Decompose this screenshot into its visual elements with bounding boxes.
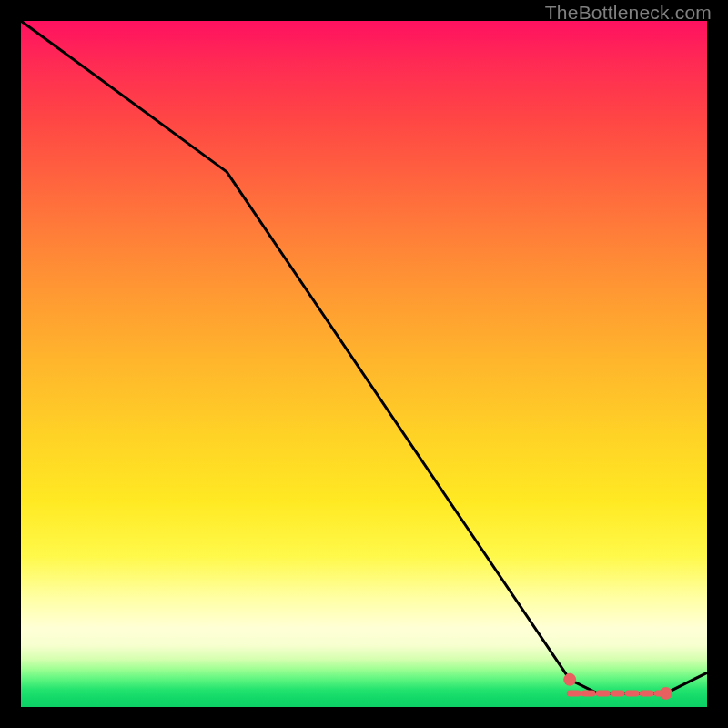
- chart-container: TheBottleneck.com: [0, 0, 728, 728]
- bottleneck-curve: [21, 21, 707, 693]
- chart-svg: [21, 21, 707, 707]
- marker-dot-1: [660, 687, 672, 700]
- marker-dot-0: [563, 673, 576, 686]
- watermark-text: TheBottleneck.com: [545, 2, 712, 24]
